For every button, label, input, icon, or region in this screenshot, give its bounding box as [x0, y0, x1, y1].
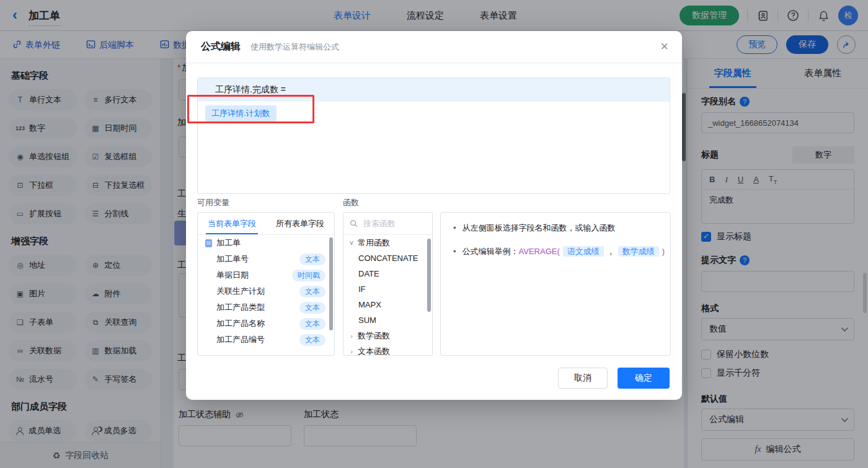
variable-row[interactable]: 加工产品类型文本 — [198, 299, 334, 316]
close-icon[interactable]: × — [660, 40, 668, 53]
help-line-1: • 从左侧面板选择字段名和函数，或输入函数 — [446, 221, 665, 235]
example-chip: 数学成绩 — [618, 246, 659, 257]
function-search-input[interactable] — [362, 218, 418, 229]
functions-scrollbar[interactable] — [427, 239, 431, 312]
caret-right-icon: › — [348, 348, 355, 355]
formula-chip[interactable]: 工序详情.计划数 — [205, 105, 277, 121]
modal-subtitle: 使用数学运算符编辑公式 — [250, 42, 339, 53]
function-group-math[interactable]: ›数学函数 — [343, 328, 432, 343]
form-designer-app: ‹ 加工单 表单设计 流程设定 表单设置 数据管理 检 — [0, 0, 868, 468]
function-item[interactable]: DATE — [343, 266, 432, 281]
tab-all-form-fields[interactable]: 所有表单字段 — [266, 213, 334, 234]
type-badge: 文本 — [299, 318, 326, 330]
function-group-text[interactable]: ›文本函数 — [343, 343, 432, 356]
function-item[interactable]: MAPX — [343, 297, 432, 312]
function-name-example: AVERAGE( — [519, 247, 560, 256]
variable-row[interactable]: 关联生产计划文本 — [198, 283, 334, 299]
caret-down-icon: ∨ — [348, 239, 355, 247]
modal-footer: 取消 确定 — [558, 368, 670, 389]
functions-panel: ∨常用函数 CONCATENATE DATE IF MAPX SUM ›数学函数… — [343, 212, 433, 356]
variables-scrollbar[interactable] — [329, 237, 333, 330]
type-badge: 文本 — [299, 286, 326, 298]
variable-row[interactable]: 加工单号文本 — [198, 251, 334, 267]
tab-current-form-fields[interactable]: 当前表单字段 — [198, 213, 266, 234]
variable-row[interactable]: 单据日期时间戳 — [198, 267, 334, 283]
variables-form-node[interactable]: 加工单 — [198, 235, 334, 251]
confirm-button[interactable]: 确定 — [618, 368, 670, 389]
function-item[interactable]: IF — [343, 281, 432, 297]
formula-edit-modal: 公式编辑 使用数学运算符编辑公式 × 工序详情.完成数 = 工序详情.计划数 可… — [186, 31, 682, 400]
type-badge: 文本 — [299, 334, 326, 346]
formula-help-panel: • 从左侧面板选择字段名和函数，或输入函数 • 公式编辑举例：AVERAGE(语… — [440, 212, 671, 356]
variable-row[interactable]: 加工产品编号文本 — [198, 332, 334, 348]
variable-row[interactable]: 加工产品名称文本 — [198, 316, 334, 332]
function-search — [343, 213, 432, 235]
variables-tabs: 当前表单字段 所有表单字段 — [198, 213, 334, 235]
help-line-2: • 公式编辑举例：AVERAGE(语文成绩，数学成绩) — [446, 245, 665, 258]
form-doc-icon — [205, 239, 212, 247]
functions-label: 函数 — [343, 197, 359, 208]
type-badge: 文本 — [299, 254, 326, 265]
cancel-button[interactable]: 取消 — [558, 368, 608, 389]
example-chip: 语文成绩 — [563, 246, 604, 257]
modal-title: 公式编辑 — [201, 40, 241, 53]
caret-right-icon: › — [348, 332, 355, 340]
variables-label: 可用变量 — [197, 197, 229, 208]
formula-editor[interactable]: 工序详情.完成数 = 工序详情.计划数 — [197, 77, 670, 194]
search-icon — [350, 219, 358, 227]
modal-header: 公式编辑 使用数学运算符编辑公式 — [186, 31, 682, 63]
type-badge: 文本 — [299, 302, 326, 314]
function-item[interactable]: SUM — [343, 312, 432, 328]
formula-target: 工序详情.完成数 = — [198, 78, 670, 102]
type-badge: 时间戳 — [292, 270, 326, 281]
formula-body[interactable]: 工序详情.计划数 — [198, 102, 670, 125]
function-group-common[interactable]: ∨常用函数 — [343, 235, 432, 250]
function-item[interactable]: CONCATENATE — [343, 250, 432, 266]
variables-panel: 当前表单字段 所有表单字段 加工单 加工单号文本 单据日期时间戳 关联生产计划文… — [197, 212, 335, 356]
